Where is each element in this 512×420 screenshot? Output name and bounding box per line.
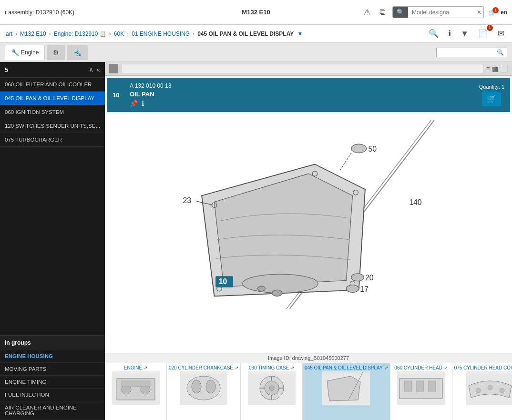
grid-view-icon[interactable]: ▦	[492, 65, 498, 72]
sep3: ›	[109, 31, 111, 37]
sidebar-item-045-oil-pan[interactable]: 045 OIL PAN & OIL LEVEL DISPLAY	[0, 92, 105, 105]
breadcrumb-01engine[interactable]: 01 ENGINE HOUSING	[132, 31, 190, 37]
in-groups-title: in groups	[5, 339, 31, 346]
breadcrumb-m132e10[interactable]: M132 E10	[20, 31, 46, 37]
tab-search-icon[interactable]: 🔍	[497, 49, 504, 56]
tab-parts[interactable]: 🔩	[67, 45, 88, 60]
cart-icon[interactable]: 🛒	[489, 9, 496, 16]
svg-text:10: 10	[218, 277, 227, 286]
dropdown-arrow[interactable]: ▼	[297, 31, 303, 37]
thumb-045[interactable]: 045 OIL PAN & OIL LEVEL DISPLAY ↗	[303, 363, 390, 420]
svg-point-43	[500, 388, 504, 393]
svg-point-27	[192, 380, 201, 393]
list-view-icon[interactable]: ≡	[486, 65, 490, 72]
search-input[interactable]	[408, 7, 475, 18]
zoom-icon[interactable]: 🔍	[427, 27, 440, 41]
sidebar-collapse-icon[interactable]: ∧	[89, 66, 93, 73]
warning-icon[interactable]: ⚠	[361, 5, 373, 20]
breadcrumb-bar: art › M132 E10 › Engine: D132910 📋 › 60K…	[0, 25, 512, 43]
document-icon[interactable]: 📄	[476, 27, 490, 41]
part-search-bar[interactable]	[121, 64, 483, 73]
sidebar-double-arrow-icon[interactable]: «	[96, 66, 100, 73]
part-number: 10	[113, 92, 124, 99]
sidebar-item-060-oil-filter[interactable]: 060 OIL FILTER AND OIL COOLER	[0, 78, 105, 92]
svg-text:17: 17	[360, 285, 369, 293]
thumb-030-label: 030 TIMING CASE ↗	[249, 365, 294, 370]
thumb-030-img	[248, 371, 296, 405]
info-icon[interactable]: ℹ	[446, 27, 453, 41]
thumb-060[interactable]: 060 CYLINDER HEAD ↗	[390, 363, 452, 420]
tab-search: 🔍	[436, 48, 507, 57]
thumb-020-img	[180, 371, 227, 405]
thumb-020[interactable]: 020 CYLINDER CRANKCASE ↗	[167, 363, 241, 420]
assembly-label: r assembly: D132910 (60K)	[5, 9, 361, 16]
search-box: 🔍 ✕	[392, 6, 484, 18]
svg-rect-38	[404, 381, 412, 391]
sidebar-item-060-ignition[interactable]: 060 IGNITION SYSTEM	[0, 105, 105, 119]
add-to-cart-button[interactable]: 🛒	[482, 92, 501, 106]
sep5: ›	[193, 31, 195, 37]
breadcrumb-art[interactable]: art	[6, 31, 12, 37]
part-id: A 132 010 00 13	[130, 82, 473, 89]
in-groups-list: ENGINE HOUSING MOVING PARTS ENGINE TIMIN…	[0, 350, 105, 420]
svg-text:20: 20	[365, 274, 374, 282]
part-action-icons: 📌 ℹ	[130, 100, 473, 107]
part-info-icon[interactable]: ℹ	[142, 100, 144, 107]
in-groups-air-cleaner[interactable]: AIR CLEANER AND ENGINE CHARGING	[0, 401, 105, 420]
left-sidebar: 5 ∧ « 060 OIL FILTER AND OIL COOLER 045 …	[0, 62, 105, 420]
expand-view-icon[interactable]: ⬜	[500, 65, 508, 72]
filter-icon[interactable]: ▼	[459, 27, 471, 41]
in-groups-moving-parts[interactable]: MOVING PARTS	[0, 363, 105, 376]
sep2: ›	[49, 31, 51, 37]
top-bar-actions: ⚠ ⧉ 🔍 ✕ 🛒 en	[361, 5, 507, 20]
thumbnail-preview	[109, 64, 118, 73]
svg-rect-25	[122, 381, 150, 387]
breadcrumb-engine[interactable]: Engine: D132910 📋	[54, 31, 106, 37]
svg-point-31	[269, 386, 274, 390]
sep1: ›	[15, 31, 17, 37]
tab-engine[interactable]: 🔧 Engine	[5, 45, 45, 60]
in-groups-header: in groups	[0, 335, 105, 350]
tab-search-input[interactable]	[440, 49, 497, 56]
thumb-060-img	[397, 371, 445, 405]
diagram-svg: 23 50 140 10 20 17	[164, 114, 453, 353]
tab-bar: 🔧 Engine ⚙ 🔩 🔍	[0, 43, 512, 62]
in-groups-engine-housing[interactable]: ENGINE HOUSING	[0, 350, 105, 363]
svg-point-9	[257, 286, 265, 291]
quantity-label: Quantity: 1	[479, 84, 504, 90]
svg-point-12	[351, 144, 367, 153]
copy-icon[interactable]: ⧉	[378, 5, 388, 19]
part-name: OIL PAN	[130, 91, 473, 98]
in-groups-engine-timing[interactable]: ENGINE TIMING	[0, 376, 105, 389]
external-icon-3: ↗	[290, 365, 294, 370]
settings-tab-icon: ⚙	[53, 49, 59, 56]
search-button[interactable]: 🔍	[393, 7, 408, 18]
thumb-075-img	[466, 371, 512, 405]
thumb-engine[interactable]: ENGINE ↗	[105, 363, 167, 420]
mail-icon[interactable]: ✉	[496, 27, 506, 41]
breadcrumb-60k[interactable]: 60K	[114, 31, 124, 37]
thumb-075[interactable]: 075 CYLINDER HEAD COVER ↗	[452, 363, 512, 420]
sidebar-item-120-switches[interactable]: 120 SWITCHES,SENDER UNITS,SE...	[0, 119, 105, 133]
svg-text:23: 23	[183, 196, 191, 205]
engine-tab-icon: 🔧	[11, 49, 19, 56]
thumb-060-label: 060 CYLINDER HEAD ↗	[394, 365, 448, 370]
sep4: ›	[127, 31, 129, 37]
external-icon-4: ↗	[384, 365, 388, 370]
svg-point-18	[351, 274, 364, 281]
external-icon-2: ↗	[235, 365, 238, 370]
main-layout: 5 ∧ « 060 OIL FILTER AND OIL COOLER 045 …	[0, 62, 512, 420]
sidebar-header-icons: ∧ «	[89, 66, 100, 73]
thumb-030[interactable]: 030 TIMING CASE ↗	[241, 363, 303, 420]
parts-tab-icon: 🔩	[73, 49, 82, 56]
in-groups-fuel-injection[interactable]: FUEL INJECTION	[0, 389, 105, 401]
image-id-text: Image ID: drawing_B01045000277	[268, 355, 349, 361]
external-icon-5: ↗	[444, 365, 448, 370]
thumbnail-bar: ENGINE ↗ 020 CYLINDER CRANKCASE ↗	[105, 363, 512, 420]
svg-line-14	[340, 153, 351, 171]
language-badge[interactable]: en	[501, 9, 507, 16]
search-clear-button[interactable]: ✕	[475, 7, 483, 18]
part-pin-icon[interactable]: 📌	[130, 100, 138, 107]
sidebar-item-075-turbo[interactable]: 075 TURBOCHARGER	[0, 133, 105, 147]
tab-settings[interactable]: ⚙	[47, 45, 65, 60]
